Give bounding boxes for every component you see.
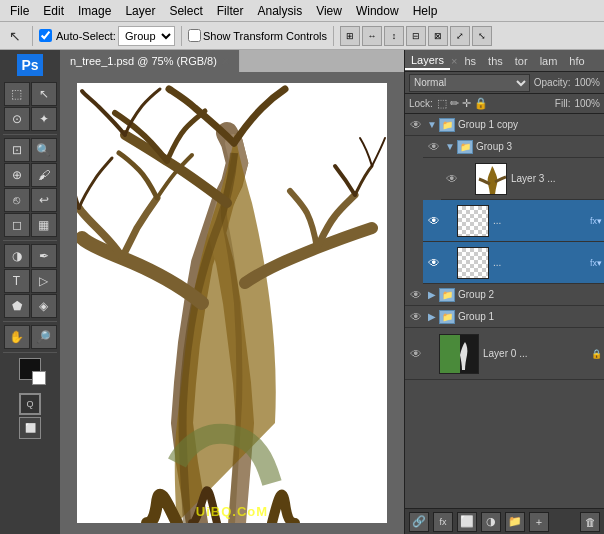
tab-hs[interactable]: hs [458,53,482,69]
lock-position-icon[interactable]: ✛ [462,97,471,110]
transform-icon-1[interactable]: ⊞ [340,26,360,46]
show-transform-checkbox[interactable] [188,29,201,42]
tool-marquee[interactable]: ⬚ [4,82,30,106]
transform-icon-2[interactable]: ↔ [362,26,382,46]
link-layers-button[interactable]: 🔗 [409,512,429,532]
blend-mode-bar: Normal Multiply Screen Opacity: 100% [405,72,604,94]
auto-select-checkbox[interactable] [39,29,52,42]
opacity-value: 100% [574,77,600,88]
visibility-group1[interactable]: 👁 [407,310,425,324]
layer-name-group1copy: Group 1 copy [458,119,602,130]
layer-group-3[interactable]: 👁 ▼ 📁 Group 3 [423,136,604,158]
menu-image[interactable]: Image [72,2,117,20]
toolbox: Ps ⬚ ↖ ⊙ ✦ ⊡ 🔍 ⊕ 🖌 ⎋ ↩ ◻ ▦ ◑ ✒ [0,50,60,534]
transform-icon-3[interactable]: ↕ [384,26,404,46]
tool-pen[interactable]: ✒ [31,244,57,268]
tab-hfo[interactable]: hfo [563,53,590,69]
menu-select[interactable]: Select [163,2,208,20]
tool-crop[interactable]: ⊡ [4,138,30,162]
close-tab-icon[interactable]: ✕ [221,56,229,67]
layer-name-fx1: ... [493,215,588,226]
menu-edit[interactable]: Edit [37,2,70,20]
auto-select-dropdown[interactable]: Group Layer [118,26,175,46]
tab-layers[interactable]: Layers [405,52,450,70]
lock-image-icon[interactable]: ✏ [450,97,459,110]
layer-name-3: Layer 3 ... [511,173,602,184]
transform-icon-6[interactable]: ⤢ [450,26,470,46]
svg-rect-1 [440,335,460,374]
transform-icon-5[interactable]: ⊠ [428,26,448,46]
visibility-layer3[interactable]: 👁 [443,172,461,186]
tool-shape[interactable]: ⬟ [4,294,30,318]
menu-layer[interactable]: Layer [119,2,161,20]
tool-lasso[interactable]: ⊙ [4,107,30,131]
canvas-tab-active[interactable]: n_tree_1.psd @ 75% (RGB/8) ✕ [60,50,240,72]
quick-mask-mode[interactable]: Q [19,393,41,415]
lock-all-icon[interactable]: 🔒 [474,97,488,110]
menu-filter[interactable]: Filter [211,2,250,20]
tool-heal[interactable]: ⊕ [4,163,30,187]
layer-fx2[interactable]: 👁 ... fx▾ [423,242,604,284]
lock-transparent-icon[interactable]: ⬚ [437,97,447,110]
tool-hand[interactable]: ✋ [4,325,30,349]
menu-window[interactable]: Window [350,2,405,20]
tool-gradient[interactable]: ▦ [31,213,57,237]
layer-group-1copy[interactable]: 👁 ▼ 📁 Group 1 copy [405,114,604,136]
tab-ths[interactable]: ths [482,53,509,69]
screen-mode[interactable]: ⬜ [19,417,41,439]
visibility-layer0[interactable]: 👁 [407,347,425,361]
menu-analysis[interactable]: Analysis [251,2,308,20]
layers-list[interactable]: 👁 ▼ 📁 Group 1 copy 👁 ▼ 📁 Group 3 👁 [405,114,604,508]
tool-stamp[interactable]: ⎋ [4,188,30,212]
expand-group1[interactable]: ▶ [425,311,439,322]
layer-name-group1: Group 1 [458,311,602,322]
tab-tor[interactable]: tor [509,53,534,69]
tool-eraser[interactable]: ◻ [4,213,30,237]
tool-brush[interactable]: 🖌 [31,163,57,187]
delete-layer-button[interactable]: 🗑 [580,512,600,532]
tool-magic-wand[interactable]: ✦ [31,107,57,131]
tool-3d[interactable]: ◈ [31,294,57,318]
tool-path-select[interactable]: ▷ [31,269,57,293]
menu-file[interactable]: File [4,2,35,20]
transform-icon-4[interactable]: ⊟ [406,26,426,46]
tool-dodge[interactable]: ◑ [4,244,30,268]
foreground-color[interactable] [19,358,41,380]
fx-badge-1: fx▾ [590,216,602,226]
move-tool-icon[interactable]: ↖ [4,25,26,47]
expand-group3[interactable]: ▼ [443,141,457,152]
blend-mode-select[interactable]: Normal Multiply Screen [409,74,530,92]
layer-name-fx2: ... [493,257,588,268]
canvas-tab-title: n_tree_1.psd @ 75% (RGB/8) [70,55,217,67]
layer-fx1[interactable]: 👁 ... fx▾ [423,200,604,242]
menu-view[interactable]: View [310,2,348,20]
layer-group-1[interactable]: 👁 ▶ 📁 Group 1 [405,306,604,328]
thumb-layer3 [475,163,507,195]
layer-group-2[interactable]: 👁 ▶ 📁 Group 2 [405,284,604,306]
tab-lam[interactable]: lam [534,53,564,69]
new-layer-button[interactable]: + [529,512,549,532]
expand-group1copy[interactable]: ▼ [425,119,439,130]
visibility-group3[interactable]: 👁 [425,140,443,154]
tool-zoom[interactable]: 🔎 [31,325,57,349]
tool-type[interactable]: T [4,269,30,293]
expand-group2[interactable]: ▶ [425,289,439,300]
add-mask-button[interactable]: ⬜ [457,512,477,532]
new-group-button[interactable]: 📁 [505,512,525,532]
visibility-fx1[interactable]: 👁 [425,214,443,228]
adjustment-button[interactable]: ◑ [481,512,501,532]
transform-icon-7[interactable]: ⤡ [472,26,492,46]
panel-tabs: Layers × hs ths tor lam hfo [405,50,604,72]
visibility-group2[interactable]: 👁 [407,288,425,302]
menu-help[interactable]: Help [407,2,444,20]
tool-move[interactable]: ↖ [31,82,57,106]
layer-3[interactable]: 👁 Layer 3 ... [441,158,604,200]
add-style-button[interactable]: fx [433,512,453,532]
visibility-fx2[interactable]: 👁 [425,256,443,270]
toolbar-sep-3 [333,26,334,46]
layer-0[interactable]: 👁 Layer 0 ... 🔒 [405,328,604,380]
tool-eyedropper[interactable]: 🔍 [31,138,57,162]
canvas-content[interactable]: UiBQ.CoM [60,72,404,534]
visibility-group1copy[interactable]: 👁 [407,118,425,132]
tool-history-brush[interactable]: ↩ [31,188,57,212]
